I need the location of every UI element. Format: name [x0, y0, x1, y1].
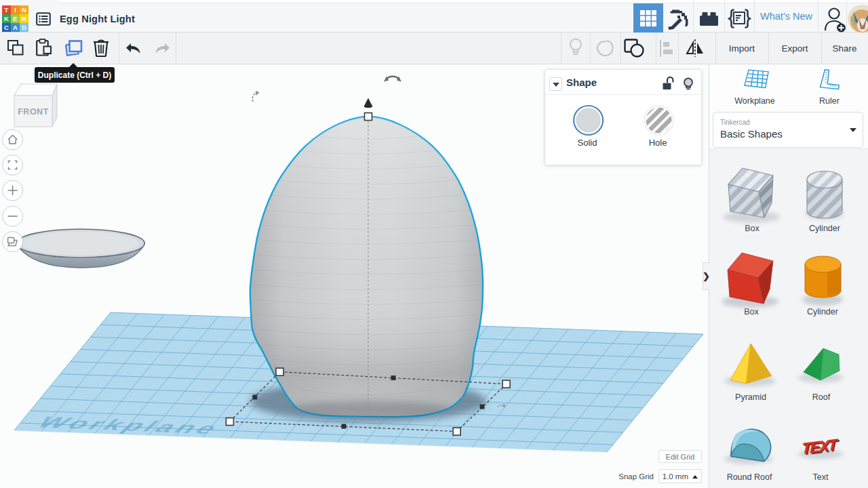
svg-text:FRONT: FRONT: [18, 107, 49, 117]
